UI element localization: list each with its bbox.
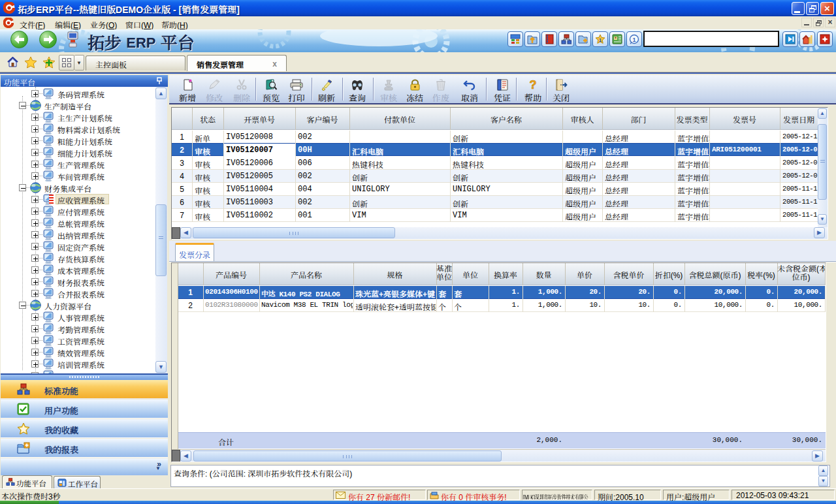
svg-text:?: ?	[530, 79, 537, 91]
svg-text:1: 1	[598, 37, 602, 43]
svg-text:1: 1	[632, 36, 635, 42]
